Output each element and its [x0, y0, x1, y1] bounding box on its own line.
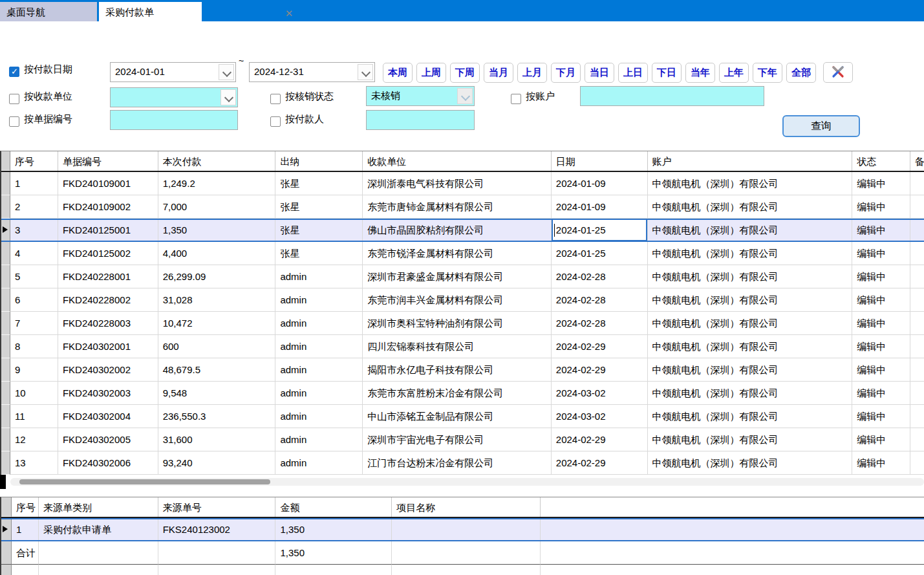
quick-range-button[interactable]: 下月: [551, 63, 581, 83]
cell-date[interactable]: 2024-02-29: [552, 451, 648, 475]
cell-date[interactable]: 2024-01-25: [552, 219, 648, 242]
table-row[interactable]: 9FKD24030200248,679.5admin揭阳市永亿电子科技有限公司2…: [1, 358, 924, 382]
cell-project[interactable]: [392, 518, 541, 541]
horizontal-scrollbar[interactable]: [1, 475, 924, 489]
cell-doc_no[interactable]: FKD240228003: [58, 312, 158, 335]
cell-status[interactable]: 编辑中: [852, 335, 910, 358]
col-header-cashier[interactable]: 出纳: [275, 151, 363, 171]
cell-cashier[interactable]: admin: [275, 451, 363, 475]
col-header-doc_no[interactable]: 单据编号: [58, 151, 158, 171]
col-header-source_no[interactable]: 来源单号: [158, 497, 276, 517]
cell-amount[interactable]: 7,000: [158, 195, 276, 219]
cell-date[interactable]: 2024-02-29: [552, 335, 648, 358]
cell-status[interactable]: 编辑中: [852, 451, 910, 475]
row-header[interactable]: [1, 172, 10, 195]
pay-date-checkbox[interactable]: [9, 67, 19, 77]
cell-account[interactable]: 中领航电机（深圳）有限公司: [648, 172, 853, 195]
cell-remark[interactable]: [910, 195, 924, 219]
scrollbar-thumb[interactable]: [19, 479, 270, 484]
cell-seq[interactable]: 4: [10, 242, 58, 265]
cell-status[interactable]: 编辑中: [852, 265, 910, 288]
cell-account[interactable]: 中领航电机（深圳）有限公司: [648, 405, 853, 428]
cell-amount[interactable]: 48,679.5: [158, 358, 276, 382]
col-header-seq[interactable]: 序号: [12, 497, 39, 517]
table-row[interactable]: 12FKD24030200531,600admin深圳市宇宙光电子有限公司202…: [1, 428, 924, 451]
cell-doc_no[interactable]: FKD240228001: [58, 265, 158, 288]
col-header-status[interactable]: 状态: [852, 151, 910, 171]
cell-date[interactable]: 2024-03-02: [552, 382, 648, 405]
tab-purchase-payment[interactable]: 采购付款单 ✕: [99, 2, 202, 21]
cell-cashier[interactable]: admin: [275, 428, 363, 451]
quick-range-button[interactable]: 当月: [484, 63, 513, 83]
cell-source_type[interactable]: 采购付款申请单: [39, 518, 158, 541]
cell-remark[interactable]: [910, 382, 924, 405]
row-header[interactable]: [1, 219, 10, 242]
table-row[interactable]: 2FKD2401090027,000张星东莞市唐铈金属材料有限公司2024-01…: [1, 195, 924, 219]
col-header-date[interactable]: 日期: [552, 151, 648, 171]
payer-checkbox[interactable]: [270, 116, 281, 127]
row-header[interactable]: [1, 405, 10, 428]
cell-account[interactable]: 中领航电机（深圳）有限公司: [648, 195, 853, 219]
row-header[interactable]: [1, 335, 10, 358]
cell-payee[interactable]: 深圳浙泰电气科技有限公司: [363, 172, 552, 195]
payee-combo[interactable]: [110, 87, 238, 107]
cell-seq[interactable]: 5: [10, 265, 58, 288]
cell-remark[interactable]: [910, 172, 924, 195]
cell-amount[interactable]: 236,550.3: [158, 405, 276, 428]
cell-payee[interactable]: 东莞市润丰兴金属材料有限公司: [363, 288, 552, 312]
cell-amount[interactable]: 600: [158, 335, 276, 358]
chevron-down-icon[interactable]: [457, 88, 473, 104]
quick-range-button[interactable]: 当日: [585, 63, 614, 83]
table-row[interactable]: 5FKD24022800126,299.09admin深圳市君豪盛金属材料有限公…: [1, 265, 924, 288]
cell-date[interactable]: 2024-02-28: [552, 265, 648, 288]
cell-remark[interactable]: [910, 428, 924, 451]
cell-doc_no[interactable]: FKD240228002: [58, 288, 158, 312]
cell-remark[interactable]: [910, 242, 924, 265]
cell-account[interactable]: 中领航电机（深圳）有限公司: [648, 335, 853, 358]
cell-remark[interactable]: [910, 265, 924, 288]
col-header-amount[interactable]: 金额: [275, 497, 392, 517]
cell-date[interactable]: 2024-02-29: [552, 428, 648, 451]
quick-range-button[interactable]: 下周: [450, 63, 480, 83]
cell-seq[interactable]: 9: [10, 358, 58, 382]
cell-amount[interactable]: 9,548: [158, 382, 276, 405]
cell-status[interactable]: 编辑中: [852, 405, 910, 428]
col-header-account[interactable]: 账户: [648, 151, 853, 171]
table-row[interactable]: 11FKD240302004236,550.3admin中山市添铭五金制品有限公…: [1, 405, 924, 428]
verify-status-combo[interactable]: 未核销: [366, 86, 475, 106]
cell-remark[interactable]: [910, 312, 924, 335]
row-header[interactable]: [1, 312, 10, 335]
row-header[interactable]: [1, 358, 10, 382]
cell-doc_no[interactable]: FKD240302003: [58, 382, 158, 405]
cell-remark[interactable]: [910, 358, 924, 382]
cell-account[interactable]: 中领航电机（深圳）有限公司: [648, 312, 853, 335]
table-row[interactable]: 10FKD2403020039,548admin东莞市东富胜粉末冶金有限公司20…: [1, 382, 924, 405]
cell-status[interactable]: 编辑中: [852, 382, 910, 405]
cell-seq[interactable]: 3: [10, 219, 58, 242]
cell-cashier[interactable]: admin: [275, 288, 363, 312]
cell-date[interactable]: 2024-02-28: [552, 288, 648, 312]
cell-account[interactable]: 中领航电机（深圳）有限公司: [648, 265, 853, 288]
chevron-down-icon[interactable]: [220, 89, 236, 105]
pay-date-from-combo[interactable]: 2024-01-01: [110, 62, 236, 82]
cell-doc_no[interactable]: FKD240302004: [58, 405, 158, 428]
cell-amount[interactable]: 1,249.2: [158, 172, 276, 195]
cell-seq[interactable]: 8: [10, 335, 58, 358]
row-header[interactable]: [1, 242, 10, 265]
account-input[interactable]: [580, 86, 764, 106]
cell-date[interactable]: 2024-02-28: [552, 312, 648, 335]
verify-status-checkbox[interactable]: [270, 94, 281, 104]
row-header[interactable]: [1, 518, 12, 541]
cell-payee[interactable]: 深圳市君豪盛金属材料有限公司: [363, 265, 552, 288]
col-header-seq[interactable]: 序号: [10, 151, 58, 171]
col-header-project[interactable]: 项目名称: [392, 497, 541, 517]
cell-seq[interactable]: 11: [10, 405, 58, 428]
cell-payee[interactable]: 中山市添铭五金制品有限公司: [363, 405, 552, 428]
cell-amount[interactable]: 10,472: [158, 312, 276, 335]
table-row[interactable]: 3FKD2401250011,350张星佛山市晶固胶粘剂有限公司2024-01-…: [1, 219, 924, 242]
cell-doc_no[interactable]: FKD240109002: [58, 195, 158, 219]
doc-no-checkbox[interactable]: [9, 116, 19, 127]
cell-amount[interactable]: 26,299.09: [158, 265, 276, 288]
scrollbar-track[interactable]: [10, 478, 924, 486]
cell-seq[interactable]: 13: [10, 451, 58, 475]
